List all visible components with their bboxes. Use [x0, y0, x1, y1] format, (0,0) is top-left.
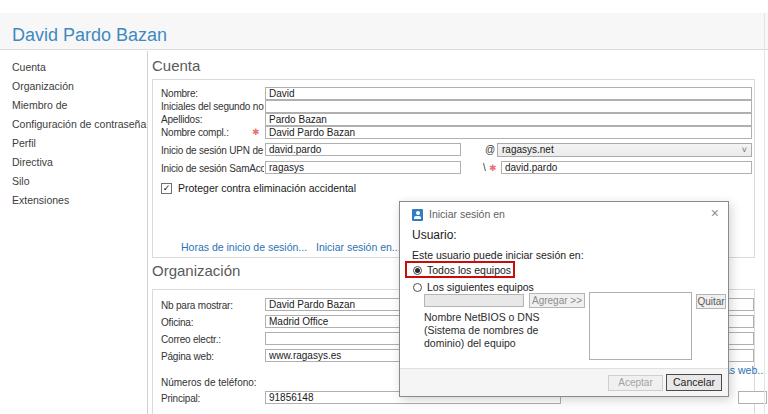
- upn-logon-label: Inicio de sesión UPN de us...: [161, 144, 264, 157]
- protect-deletion-label: Proteger contra eliminación accidental: [178, 182, 356, 194]
- office-label: Oficina:: [161, 316, 264, 329]
- protect-deletion-row: ✓ Proteger contra eliminación accidental: [161, 182, 356, 194]
- sidebar-item-extensiones[interactable]: Extensiones: [0, 191, 147, 210]
- web-page-label: Página web:: [161, 350, 264, 363]
- accept-button[interactable]: Aceptar: [608, 375, 663, 391]
- hint-line-3: dominio) del equipo: [424, 337, 540, 350]
- required-asterisk-icon: ✱: [252, 126, 260, 139]
- logon-to-link[interactable]: Iniciar sesión en...: [316, 241, 401, 253]
- hint-line-2: (Sistema de nombres de: [424, 324, 540, 337]
- sidebar-item-miembro-de[interactable]: Miembro de: [0, 96, 147, 115]
- at-sign-label: @: [485, 143, 495, 157]
- dialog-footer: Aceptar Cancelar: [400, 368, 728, 396]
- upn-logon-input[interactable]: [265, 143, 461, 156]
- sidebar-item-directiva[interactable]: Directiva: [0, 153, 147, 172]
- sidebar-item-perfil[interactable]: Perfil: [0, 134, 147, 153]
- user-badge-icon: [412, 209, 423, 221]
- computers-listbox[interactable]: [589, 292, 692, 360]
- main-phone-label: Principal:: [161, 392, 264, 405]
- email-label: Correo electr.:: [161, 333, 264, 346]
- sidebar: Cuenta Organización Miembro de Configura…: [0, 51, 148, 414]
- radio-all-computers-label: Todos los equipos: [427, 264, 511, 276]
- org-right-input-5[interactable]: [738, 391, 767, 404]
- sam-name-input[interactable]: [501, 161, 752, 174]
- radio-selected-icon: [413, 266, 422, 275]
- radio-unselected-icon: [413, 283, 422, 292]
- close-icon[interactable]: ×: [711, 205, 719, 221]
- display-name-label: Nb para mostrar:: [161, 299, 264, 312]
- logon-hours-link[interactable]: Horas de inicio de sesión...: [181, 241, 307, 253]
- full-name-label: Nombre compl.:: [161, 126, 264, 139]
- dialog-title: Iniciar sesión en: [429, 208, 505, 220]
- sam-account-label: Inicio de sesión SamAccou...: [161, 162, 264, 175]
- sidebar-item-organizacion[interactable]: Organización: [0, 77, 147, 96]
- radio-all-computers[interactable]: Todos los equipos: [413, 264, 511, 276]
- required-asterisk-icon: ✱: [489, 162, 497, 175]
- sidebar-item-configuracion-contrasena[interactable]: Configuración de contraseña: [0, 115, 147, 134]
- cancel-button[interactable]: Cancelar: [666, 374, 722, 391]
- chevron-down-icon: ˅: [742, 144, 747, 156]
- user-section-label: Usuario:: [412, 228, 457, 242]
- upn-domain-dropdown[interactable]: ragasys.net ˅: [497, 143, 752, 157]
- dialog-description: Este usuario puede iniciar sesión en:: [412, 249, 584, 261]
- page-title: David Pardo Bazan: [12, 25, 167, 46]
- protect-deletion-checkbox[interactable]: ✓: [161, 183, 172, 194]
- surname-label: Apellidos:: [161, 113, 264, 126]
- adac-user-properties-window: David Pardo Bazan Cuenta Organización Mi…: [0, 0, 768, 414]
- upn-domain-value: ragasys.net: [502, 144, 554, 155]
- radio-following-computers[interactable]: Los siguientes equipos: [413, 281, 534, 293]
- sam-domain-input[interactable]: [265, 161, 461, 174]
- page-header: David Pardo Bazan: [0, 13, 768, 50]
- sidebar-item-cuenta[interactable]: Cuenta: [0, 58, 147, 77]
- backslash-label: \: [483, 161, 486, 175]
- sidebar-item-silo[interactable]: Silo: [0, 172, 147, 191]
- section-heading-cuenta: Cuenta: [152, 57, 200, 74]
- phone-numbers-label: Números de teléfono:: [161, 377, 257, 388]
- remove-button[interactable]: Quitar: [696, 294, 726, 309]
- window-right-edge-line: [764, 13, 765, 414]
- middle-initials-input[interactable]: [265, 100, 752, 113]
- surname-input[interactable]: [265, 113, 752, 126]
- middle-initials-label: Iniciales del segundo nom...: [161, 100, 264, 113]
- name-input[interactable]: [265, 87, 752, 100]
- name-label: Nombre:: [161, 87, 264, 100]
- section-heading-organizacion: Organización: [152, 262, 240, 279]
- netbios-hint-text: Nombre NetBIOS o DNS (Sistema de nombres…: [424, 311, 540, 350]
- add-button[interactable]: Agregar >>: [529, 293, 585, 308]
- hint-line-1: Nombre NetBIOS o DNS: [424, 311, 540, 324]
- computer-name-input[interactable]: [424, 294, 524, 307]
- full-name-input[interactable]: [265, 126, 752, 139]
- radio-following-computers-label: Los siguientes equipos: [427, 281, 534, 293]
- log-on-to-dialog: Iniciar sesión en × Usuario: Este usuari…: [399, 201, 729, 397]
